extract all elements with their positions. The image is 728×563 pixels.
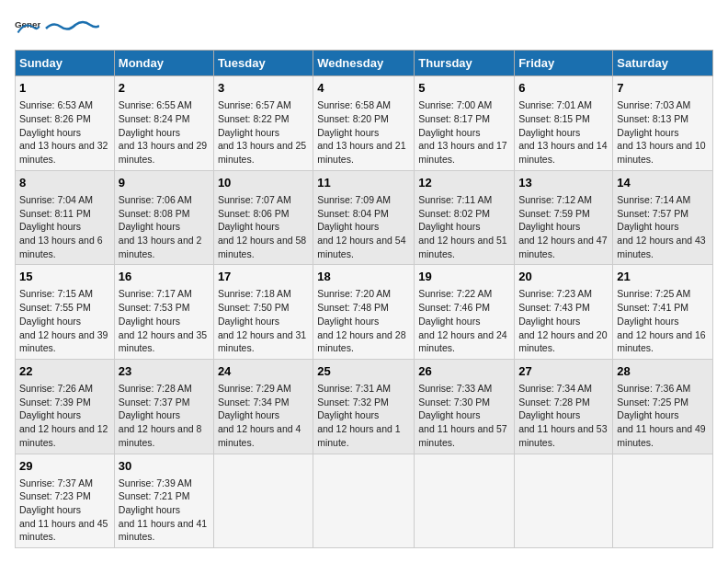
calendar-cell <box>613 454 713 548</box>
calendar-header: SundayMondayTuesdayWednesdayThursdayFrid… <box>16 51 713 76</box>
day-number: 6 <box>518 80 609 97</box>
header-cell-tuesday: Tuesday <box>213 51 313 76</box>
calendar-cell: 11Sunrise: 7:09 AMSunset: 8:04 PMDayligh… <box>313 170 415 265</box>
day-number: 25 <box>317 363 410 380</box>
day-info: Sunrise: 7:22 AMSunset: 7:46 PMDaylight … <box>418 287 510 354</box>
page-header: General <box>15 15 713 40</box>
day-number: 8 <box>19 175 110 191</box>
calendar-week-4: 22Sunrise: 7:26 AMSunset: 7:39 PMDayligh… <box>16 359 713 454</box>
day-number: 9 <box>119 175 210 191</box>
day-number: 17 <box>218 269 309 285</box>
day-info: Sunrise: 7:15 AMSunset: 7:55 PMDaylight … <box>19 287 110 354</box>
calendar-cell: 5Sunrise: 7:00 AMSunset: 8:17 PMDaylight… <box>415 76 515 171</box>
calendar-cell: 4Sunrise: 6:58 AMSunset: 8:20 PMDaylight… <box>313 76 415 171</box>
calendar-cell: 25Sunrise: 7:31 AMSunset: 7:32 PMDayligh… <box>313 359 415 454</box>
calendar-cell <box>213 454 313 548</box>
day-number: 20 <box>518 269 609 285</box>
day-number: 21 <box>617 269 709 285</box>
calendar-cell <box>313 454 415 548</box>
day-number: 10 <box>218 175 309 191</box>
calendar-cell: 8Sunrise: 7:04 AMSunset: 8:11 PMDaylight… <box>16 170 115 265</box>
day-number: 19 <box>418 269 510 285</box>
calendar-cell: 1Sunrise: 6:53 AMSunset: 8:26 PMDaylight… <box>16 76 115 171</box>
day-info: Sunrise: 6:58 AMSunset: 8:20 PMDaylight … <box>317 98 410 166</box>
header-row: SundayMondayTuesdayWednesdayThursdayFrid… <box>16 51 713 76</box>
calendar-cell: 9Sunrise: 7:06 AMSunset: 8:08 PMDaylight… <box>114 170 213 265</box>
day-number: 7 <box>617 80 709 97</box>
day-info: Sunrise: 7:06 AMSunset: 8:08 PMDaylight … <box>119 193 210 260</box>
day-info: Sunrise: 6:53 AMSunset: 8:26 PMDaylight … <box>19 98 110 166</box>
calendar-cell: 6Sunrise: 7:01 AMSunset: 8:15 PMDaylight… <box>515 76 613 171</box>
calendar-cell: 24Sunrise: 7:29 AMSunset: 7:34 PMDayligh… <box>213 359 313 454</box>
day-info: Sunrise: 7:01 AMSunset: 8:15 PMDaylight … <box>518 98 609 166</box>
day-number: 24 <box>218 363 309 380</box>
day-info: Sunrise: 7:17 AMSunset: 7:53 PMDaylight … <box>119 287 210 354</box>
header-cell-friday: Friday <box>515 51 613 76</box>
day-info: Sunrise: 7:04 AMSunset: 8:11 PMDaylight … <box>19 193 110 260</box>
calendar-cell: 18Sunrise: 7:20 AMSunset: 7:48 PMDayligh… <box>313 265 415 360</box>
day-info: Sunrise: 6:55 AMSunset: 8:24 PMDaylight … <box>119 98 210 166</box>
calendar-cell: 19Sunrise: 7:22 AMSunset: 7:46 PMDayligh… <box>415 265 515 360</box>
calendar-cell: 28Sunrise: 7:36 AMSunset: 7:25 PMDayligh… <box>613 359 713 454</box>
day-number: 2 <box>119 80 210 97</box>
day-number: 16 <box>119 269 210 285</box>
calendar-table: SundayMondayTuesdayWednesdayThursdayFrid… <box>15 50 713 548</box>
day-number: 22 <box>19 363 110 380</box>
calendar-week-2: 8Sunrise: 7:04 AMSunset: 8:11 PMDaylight… <box>16 170 713 265</box>
day-info: Sunrise: 7:31 AMSunset: 7:32 PMDaylight … <box>317 382 410 449</box>
day-info: Sunrise: 7:37 AMSunset: 7:23 PMDaylight … <box>19 477 110 544</box>
day-info: Sunrise: 7:03 AMSunset: 8:13 PMDaylight … <box>617 98 709 166</box>
calendar-week-5: 29Sunrise: 7:37 AMSunset: 7:23 PMDayligh… <box>16 454 713 548</box>
calendar-cell: 23Sunrise: 7:28 AMSunset: 7:37 PMDayligh… <box>114 359 213 454</box>
day-number: 14 <box>617 175 709 191</box>
day-number: 15 <box>19 269 110 285</box>
calendar-cell: 26Sunrise: 7:33 AMSunset: 7:30 PMDayligh… <box>415 359 515 454</box>
day-info: Sunrise: 7:20 AMSunset: 7:48 PMDaylight … <box>317 287 410 354</box>
logo: General <box>15 15 99 40</box>
calendar-body: 1Sunrise: 6:53 AMSunset: 8:26 PMDaylight… <box>16 76 713 548</box>
day-info: Sunrise: 7:11 AMSunset: 8:02 PMDaylight … <box>418 193 510 260</box>
calendar-cell: 22Sunrise: 7:26 AMSunset: 7:39 PMDayligh… <box>16 359 115 454</box>
calendar-cell: 16Sunrise: 7:17 AMSunset: 7:53 PMDayligh… <box>114 265 213 360</box>
day-number: 18 <box>317 269 410 285</box>
calendar-week-3: 15Sunrise: 7:15 AMSunset: 7:55 PMDayligh… <box>16 265 713 360</box>
calendar-cell: 10Sunrise: 7:07 AMSunset: 8:06 PMDayligh… <box>213 170 313 265</box>
header-cell-monday: Monday <box>114 51 213 76</box>
day-number: 3 <box>218 80 309 97</box>
day-info: Sunrise: 7:34 AMSunset: 7:28 PMDaylight … <box>518 382 609 449</box>
day-number: 28 <box>617 363 709 380</box>
calendar-cell: 21Sunrise: 7:25 AMSunset: 7:41 PMDayligh… <box>613 265 713 360</box>
day-info: Sunrise: 7:09 AMSunset: 8:04 PMDaylight … <box>317 193 410 260</box>
calendar-cell: 29Sunrise: 7:37 AMSunset: 7:23 PMDayligh… <box>16 454 115 548</box>
day-number: 12 <box>418 175 510 191</box>
day-info: Sunrise: 7:12 AMSunset: 7:59 PMDaylight … <box>518 193 609 260</box>
calendar-week-1: 1Sunrise: 6:53 AMSunset: 8:26 PMDaylight… <box>16 76 713 171</box>
calendar-cell: 13Sunrise: 7:12 AMSunset: 7:59 PMDayligh… <box>515 170 613 265</box>
day-number: 27 <box>518 363 609 380</box>
day-info: Sunrise: 7:07 AMSunset: 8:06 PMDaylight … <box>218 193 309 260</box>
calendar-cell: 17Sunrise: 7:18 AMSunset: 7:50 PMDayligh… <box>213 265 313 360</box>
calendar-cell: 30Sunrise: 7:39 AMSunset: 7:21 PMDayligh… <box>114 454 213 548</box>
header-cell-sunday: Sunday <box>16 51 115 76</box>
day-info: Sunrise: 7:26 AMSunset: 7:39 PMDaylight … <box>19 382 110 449</box>
day-info: Sunrise: 7:29 AMSunset: 7:34 PMDaylight … <box>218 382 309 449</box>
day-number: 29 <box>19 458 110 475</box>
day-info: Sunrise: 7:25 AMSunset: 7:41 PMDaylight … <box>617 287 709 354</box>
day-info: Sunrise: 6:57 AMSunset: 8:22 PMDaylight … <box>218 98 309 166</box>
day-info: Sunrise: 7:14 AMSunset: 7:57 PMDaylight … <box>617 193 709 260</box>
header-cell-thursday: Thursday <box>415 51 515 76</box>
calendar-cell <box>515 454 613 548</box>
calendar-cell: 20Sunrise: 7:23 AMSunset: 7:43 PMDayligh… <box>515 265 613 360</box>
day-info: Sunrise: 7:39 AMSunset: 7:21 PMDaylight … <box>119 477 210 544</box>
calendar-cell: 27Sunrise: 7:34 AMSunset: 7:28 PMDayligh… <box>515 359 613 454</box>
calendar-cell: 12Sunrise: 7:11 AMSunset: 8:02 PMDayligh… <box>415 170 515 265</box>
day-info: Sunrise: 7:33 AMSunset: 7:30 PMDaylight … <box>418 382 510 449</box>
logo-wave <box>44 19 99 32</box>
calendar-cell: 14Sunrise: 7:14 AMSunset: 7:57 PMDayligh… <box>613 170 713 265</box>
day-number: 26 <box>418 363 510 380</box>
calendar-cell: 2Sunrise: 6:55 AMSunset: 8:24 PMDaylight… <box>114 76 213 171</box>
day-number: 5 <box>418 80 510 97</box>
day-info: Sunrise: 7:36 AMSunset: 7:25 PMDaylight … <box>617 382 709 449</box>
header-cell-saturday: Saturday <box>613 51 713 76</box>
day-info: Sunrise: 7:00 AMSunset: 8:17 PMDaylight … <box>418 98 510 166</box>
